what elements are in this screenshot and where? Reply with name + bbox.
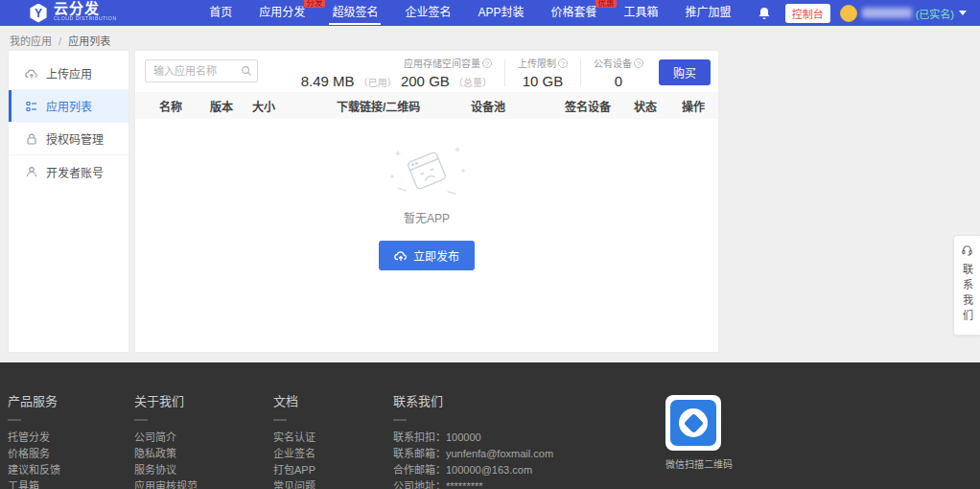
stat-upload-limit: 上传限制 10 GB xyxy=(518,56,568,89)
footer-column-title: 关于我们 xyxy=(134,391,198,409)
sidebar-item-label: 授权码管理 xyxy=(46,130,104,147)
footer-column-docs: 文档 实名认证 企业签名 打包APP 常见问题 xyxy=(273,391,315,489)
nav-item-app-distribution[interactable]: 应用分发 分发 xyxy=(254,0,310,26)
footer-link[interactable]: 工具箱 xyxy=(8,478,60,489)
sidebar-item-upload-app[interactable]: 上传应用 xyxy=(9,58,128,90)
sidebar-item-license-codes[interactable]: 授权码管理 xyxy=(9,123,128,155)
column-header-download-link: 下载链接/二维码 xyxy=(337,98,471,114)
breadcrumb-app-list: 应用列表 xyxy=(68,35,110,47)
nav-item-pricing[interactable]: 价格套餐 优惠 xyxy=(546,0,601,26)
stat-public-devices-value: 0 xyxy=(594,73,643,89)
nav-item-affiliate[interactable]: 推广加盟 xyxy=(680,0,735,26)
sidebar-item-label: 应用列表 xyxy=(46,98,92,114)
nav-item-app-packaging[interactable]: APP封装 xyxy=(473,0,528,26)
footer-partner-email: 合作邮箱：100000@163.com xyxy=(393,462,553,478)
stat-public-devices-label: 公有设备 xyxy=(594,56,643,70)
storage-total-suffix: （总量） xyxy=(454,78,492,88)
footer-link[interactable]: 托管分发 xyxy=(8,430,60,446)
nav-item-toolbox[interactable]: 工具箱 xyxy=(618,0,663,26)
footer-column-contact: 联系我们 联系扣扣：100000 联系邮箱：yunfenfa@foxmail.c… xyxy=(393,391,553,489)
storage-total: 200 GB xyxy=(401,73,450,89)
sidebar-item-app-list[interactable]: 应用列表 xyxy=(9,90,128,123)
footer: 产品服务 托管分发 价格服务 建议和反馈 工具箱 关于我们 公司简介 隐私政策 … xyxy=(0,362,980,489)
verified-badge: (已实名) xyxy=(916,6,954,21)
avatar xyxy=(840,5,857,22)
sidebar: 上传应用 应用列表 授权码管理 开发者账号 xyxy=(8,50,129,353)
console-button[interactable]: 控制台 xyxy=(785,4,830,23)
developer-account-icon xyxy=(25,165,38,178)
search-box xyxy=(145,59,258,82)
column-header-name: 名称 xyxy=(159,98,210,114)
column-header-status: 状态 xyxy=(634,98,682,114)
sidebar-item-label: 开发者账号 xyxy=(46,164,104,180)
footer-link[interactable]: 价格服务 xyxy=(8,446,60,462)
divider xyxy=(273,419,287,421)
footer-column-title: 文档 xyxy=(273,391,315,409)
logo[interactable]: Y 云分发 CLOUD DISTRIBUTION xyxy=(29,1,175,26)
footer-link[interactable]: 服务协议 xyxy=(134,462,198,478)
nav-item-home[interactable]: 首页 xyxy=(204,0,237,26)
breadcrumb: 我的应用 / 应用列表 xyxy=(10,33,110,48)
footer-link[interactable]: 应用审核规范 xyxy=(134,478,198,489)
footer-link[interactable]: 建议和反馈 xyxy=(8,462,60,478)
footer-contact-email: 联系邮箱：yunfenfa@foxmail.com xyxy=(393,446,553,462)
stat-public-devices: 公有设备 0 xyxy=(594,56,643,89)
footer-link[interactable]: 实名认证 xyxy=(273,430,315,446)
footer-column-products: 产品服务 托管分发 价格服务 建议和反馈 工具箱 xyxy=(8,391,60,489)
upload-cloud-icon xyxy=(25,67,38,81)
chevron-down-icon xyxy=(959,11,967,15)
user-menu[interactable]: (已实名) xyxy=(840,5,967,22)
footer-link[interactable]: 企业签名 xyxy=(273,446,315,462)
app-list-panel: 应用存储空间容量 8.49 MB （已用） 200 GB （总量） 上传限制 1… xyxy=(134,50,719,353)
top-navigation: Y 云分发 CLOUD DISTRIBUTION 首页 应用分发 分发 超级签名… xyxy=(0,0,980,26)
buy-button[interactable]: 购买 xyxy=(659,59,711,85)
storage-used-suffix: （已用） xyxy=(359,78,397,88)
logo-subtitle: CLOUD DISTRIBUTION xyxy=(54,16,117,21)
breadcrumb-separator: / xyxy=(58,35,61,47)
nav-item-enterprise-signature[interactable]: 企业签名 xyxy=(400,0,455,26)
sidebar-item-developer-account[interactable]: 开发者账号 xyxy=(9,155,128,188)
contact-us-float-button[interactable]: 联系我们 xyxy=(953,235,980,336)
divider xyxy=(393,419,407,421)
nav-item-super-signature[interactable]: 超级签名 xyxy=(327,0,383,26)
column-header-actions: 操作 xyxy=(682,98,720,114)
footer-column-title: 产品服务 xyxy=(8,391,60,409)
footer-contact-qq: 联系扣扣：100000 xyxy=(393,430,553,446)
footer-link[interactable]: 公司简介 xyxy=(134,430,198,446)
footer-column-about: 关于我们 公司简介 隐私政策 服务协议 应用审核规范 xyxy=(134,391,198,489)
empty-state: 暂无APP 立即发布 xyxy=(135,142,718,270)
divider xyxy=(580,59,581,86)
divider xyxy=(134,419,148,421)
stat-upload-limit-value: 10 GB xyxy=(518,73,568,89)
footer-link[interactable]: 常见问题 xyxy=(273,478,315,489)
empty-state-text: 暂无APP xyxy=(135,209,718,225)
info-icon[interactable] xyxy=(558,58,568,68)
logo-icon: Y xyxy=(29,4,48,23)
info-icon[interactable] xyxy=(482,58,492,68)
breadcrumb-my-apps[interactable]: 我的应用 xyxy=(10,35,52,47)
stat-storage: 应用存储空间容量 8.49 MB （已用） 200 GB （总量） xyxy=(301,56,492,89)
footer-link[interactable]: 隐私政策 xyxy=(134,446,198,462)
upload-cloud-icon xyxy=(394,250,408,262)
stat-label-text: 应用存储空间容量 xyxy=(404,58,480,69)
stat-label-text: 上传限制 xyxy=(518,58,556,69)
nav-item-label: 价格套餐 xyxy=(550,6,596,19)
logo-text: 云分发 CLOUD DISTRIBUTION xyxy=(54,1,175,26)
nav-item-label: 应用分发 xyxy=(259,6,305,19)
nav-menu: 首页 应用分发 分发 超级签名 企业签名 APP封装 价格套餐 优惠 工具箱 推… xyxy=(196,0,744,26)
footer-company-address: 公司地址：********* xyxy=(393,478,553,489)
info-icon[interactable] xyxy=(634,58,643,68)
column-header-version: 版本 xyxy=(210,98,252,114)
stat-storage-label: 应用存储空间容量 xyxy=(301,56,492,70)
promo-badge: 分发 xyxy=(304,0,325,8)
footer-link[interactable]: 打包APP xyxy=(273,462,315,478)
search-icon[interactable] xyxy=(241,65,252,77)
nav-right-group: 控制台 (已实名) xyxy=(757,4,967,23)
username-blurred xyxy=(862,8,912,18)
column-header-size: 大小 xyxy=(252,98,337,114)
qr-code-image xyxy=(665,395,721,451)
notification-bell-icon[interactable] xyxy=(757,6,772,21)
publish-now-button[interactable]: 立即发布 xyxy=(379,241,475,270)
footer-column-title: 联系我们 xyxy=(393,391,553,409)
publish-button-label: 立即发布 xyxy=(413,247,459,264)
